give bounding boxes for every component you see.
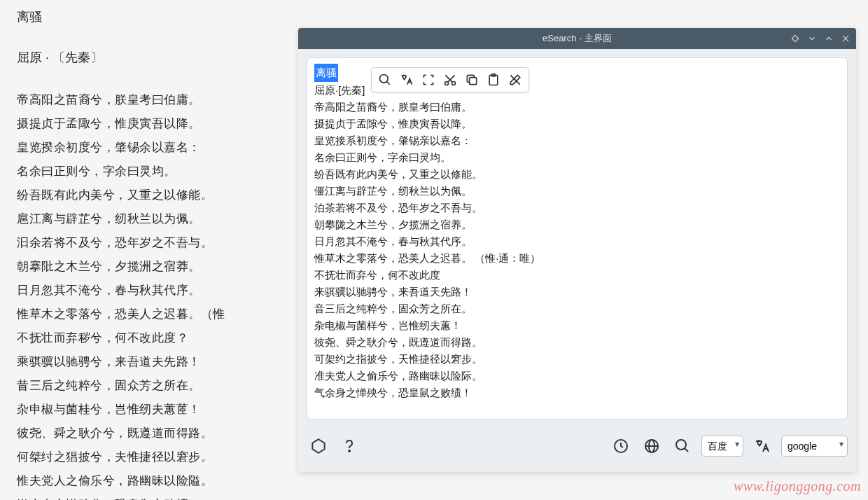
- poem-line: 惟夫党人之偷乐兮，路幽昧以险隘。: [17, 469, 297, 493]
- editor-line: 朝攀陇之木兰兮，夕揽洲之宿养。: [314, 216, 840, 233]
- watermark: www.ligonggong.com: [734, 478, 861, 494]
- select-all-icon[interactable]: [418, 69, 439, 90]
- editor-line: 可架约之指披兮，天惟捷径以窘步。: [314, 351, 840, 368]
- poem-line: 昔三后之纯粹兮，固众芳之所在。: [17, 374, 297, 398]
- editor-line: 惟草木之零落兮，恐美人之迟暮。 （惟·通：唯）: [314, 250, 840, 267]
- copy-icon[interactable]: [461, 69, 482, 90]
- background-poem: 离骚 屈原 · 〔先秦〕 帝高阳之苗裔兮，朕皇考曰伯庸。摄提贞于孟陬兮，惟庚寅吾…: [17, 4, 297, 500]
- poem-line: 皇览揆余初度兮，肇锡余以嘉名：: [17, 136, 297, 160]
- poem-author: 屈原 · 〔先秦〕: [17, 45, 297, 70]
- poem-line: 不抚壮而弃秽兮，何不改此度？: [17, 326, 297, 350]
- translate-footer-icon[interactable]: [750, 434, 774, 458]
- editor-line: 泊茶若将不及兮，恐年岁之不吾与。: [314, 200, 840, 216]
- help-icon[interactable]: [337, 434, 361, 458]
- svg-point-12: [349, 450, 350, 452]
- delete-icon[interactable]: [505, 69, 526, 90]
- editor-line: 音三后之纯粹兮，固众芳之所在。: [314, 300, 840, 317]
- titlebar: eSearch - 主界面: [298, 28, 856, 49]
- editor-line: 摄提贞于孟隙兮，惟庚寅吾以降。: [314, 116, 840, 132]
- translate-engine-select[interactable]: google: [781, 436, 848, 457]
- pin-icon[interactable]: [789, 32, 802, 45]
- window-controls: [789, 32, 852, 45]
- svg-rect-6: [470, 78, 477, 85]
- editor-line: 皇览接系初度兮，肇锡亲以嘉名：: [314, 132, 840, 149]
- poem-line: 汩余若将不及兮，恐年岁之不吾与。: [17, 231, 297, 255]
- editor-area[interactable]: 离骚 屈原·[先秦] 帝高阳之苗裔兮，朕皇考曰伯庸。摄提贞于孟隙兮，惟庚寅吾以降…: [307, 57, 848, 419]
- svg-point-0: [380, 75, 388, 83]
- poem-line: 惟草木之零落兮，恐美人之迟暮。（惟: [17, 303, 297, 326]
- poem-title: 离骚: [17, 4, 297, 29]
- maximize-icon[interactable]: [822, 32, 835, 45]
- editor-line: 不抚壮而弃兮，何不改此度: [314, 267, 840, 284]
- poem-line: 乘骐骥以驰骋兮，来吾道夫先路！: [17, 350, 297, 374]
- search-engine-select[interactable]: 百度: [701, 436, 743, 457]
- editor-line: 纷吾既有此内美兮，又重之以修能。: [314, 166, 840, 183]
- editor-line: 来骐骥以驰骋兮，来吾道天先路！: [314, 284, 840, 300]
- globe-icon[interactable]: [640, 434, 664, 458]
- poem-line: 扈江离与辟芷兮，纫秋兰以为佩。: [17, 207, 297, 231]
- editor-line: 日月忽其不淹兮，春与秋其代序。: [314, 233, 840, 250]
- poem-line: 名余曰正则兮，字余曰灵均。: [17, 160, 297, 183]
- poem-line: 彼尧、舜之耿介兮，既遵道而得路。: [17, 422, 297, 445]
- window-title: eSearch - 主界面: [542, 32, 612, 45]
- svg-marker-11: [312, 439, 324, 453]
- selected-text[interactable]: 离骚: [314, 64, 338, 82]
- selection-toolbar: [371, 67, 529, 92]
- poem-line: 摄提贞于孟陬兮，惟庚寅吾以降。: [17, 112, 297, 136]
- history-icon[interactable]: [609, 434, 633, 458]
- poem-line: 帝高阳之苗裔兮，朕皇考曰伯庸。: [17, 88, 297, 112]
- poem-line: 日月忽其不淹兮，春与秋其代序。: [17, 279, 297, 303]
- editor-line: 气余身之惮殃兮，恐皇鼠之败绩！: [314, 384, 840, 401]
- minimize-icon[interactable]: [806, 32, 818, 45]
- poem-line: 杂申椒与菌桂兮，岂惟纫夫蕙茝！: [17, 398, 297, 422]
- footer-search-icon[interactable]: [671, 434, 694, 458]
- poem-line: 纷吾既有此内美兮，又重之以修能。: [17, 183, 297, 207]
- editor-line: 名余曰正则兮，字余曰灵均。: [314, 149, 840, 166]
- editor-line: 僵江离与辟芷兮，纫秋兰以为佩。: [314, 183, 840, 200]
- editor-line: 彼尧、舜之耿介兮，既遵道而得路。: [314, 334, 840, 351]
- close-icon[interactable]: [839, 32, 852, 45]
- paste-icon[interactable]: [483, 69, 504, 90]
- cut-icon[interactable]: [440, 69, 461, 90]
- svg-line-18: [685, 448, 688, 452]
- poem-line: 朝搴阰之木兰兮，夕揽洲之宿莽。: [17, 255, 297, 279]
- svg-point-17: [676, 440, 686, 450]
- hexagon-icon[interactable]: [307, 434, 330, 458]
- poem-line: 何桀纣之猖披兮，夫惟捷径以窘步。: [17, 445, 297, 469]
- editor-line: 帝高阳之苗裔兮，朕皇考曰伯庸。: [314, 99, 840, 116]
- poem-line: 岂余身之惮殃兮，恐皇舆之败绩！: [17, 493, 297, 500]
- search-icon[interactable]: [374, 69, 396, 90]
- svg-line-1: [387, 82, 390, 85]
- editor-line: 准夫党人之偷乐兮，路幽昧以险际。: [314, 368, 840, 384]
- editor-line: 杂电椒与菌样兮，岂惟纫夫蕙！: [314, 317, 840, 334]
- translate-icon[interactable]: [396, 69, 417, 90]
- app-window: eSearch - 主界面 离骚 屈原·[先秦] 帝高阳之苗裔兮，朕皇考曰伯庸。…: [298, 28, 856, 472]
- footer-bar: 百度 google: [307, 426, 848, 465]
- editor-text[interactable]: 离骚 屈原·[先秦] 帝高阳之苗裔兮，朕皇考曰伯庸。摄提贞于孟隙兮，惟庚寅吾以降…: [314, 64, 840, 401]
